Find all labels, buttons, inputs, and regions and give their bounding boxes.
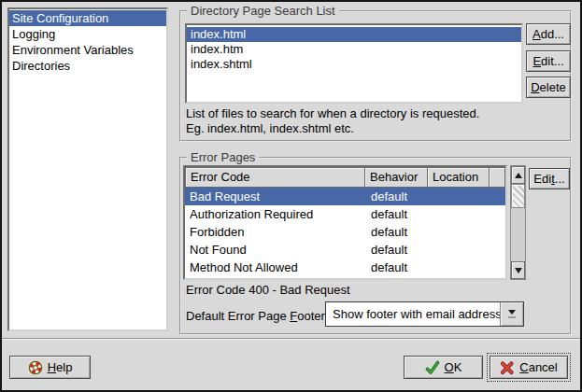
add-button[interactable]: Add...: [526, 23, 571, 45]
check-icon: [425, 360, 440, 375]
label-part: elete: [540, 80, 566, 94]
arrow-down-icon: [515, 268, 522, 273]
scrollbar-track[interactable]: [511, 208, 525, 261]
label-part: ooter:: [297, 309, 328, 323]
cell-behavior: default: [365, 241, 429, 259]
dropdown-dash-icon: [508, 316, 516, 318]
cell-location: [429, 188, 491, 205]
error-table-scrollbar[interactable]: [510, 165, 526, 280]
file-list-description-line2: Eg. index.html, index.shtml etc.: [186, 121, 354, 135]
cell-error-code: Authorization Required: [185, 205, 365, 223]
list-item[interactable]: index.shtml: [187, 57, 521, 72]
frame-title: Error Pages: [187, 150, 259, 164]
cell-location: [429, 241, 491, 259]
table-row[interactable]: Not Found default: [185, 241, 505, 259]
lifebuoy-icon: [28, 360, 43, 375]
scrollbar-thumb[interactable]: [511, 184, 525, 208]
column-header-filler: [489, 167, 505, 188]
dropdown-arrow-icon: [508, 310, 516, 315]
file-list-description-line1: List of files to search for when a direc…: [186, 106, 479, 120]
cell-behavior: default: [365, 259, 429, 276]
table-row[interactable]: Bad Request default: [185, 188, 505, 205]
table-row[interactable]: Authorization Required default: [185, 205, 505, 223]
cell-location: [429, 259, 491, 276]
table-row[interactable]: Method Not Allowed default: [185, 259, 505, 276]
column-header-behavior[interactable]: Behavior: [364, 167, 428, 188]
edit-button[interactable]: Edit...: [526, 50, 571, 72]
combobox-dropdown-button[interactable]: [500, 302, 523, 326]
cell-error-code: Method Not Allowed: [185, 259, 365, 276]
cross-icon: [500, 360, 515, 375]
frame-title: Directory Page Search List: [187, 4, 339, 18]
cell-behavior: default: [365, 223, 429, 241]
mnemonic: A: [532, 27, 541, 41]
table-row[interactable]: Forbidden default: [185, 223, 505, 241]
label-part: Default Error Page: [186, 309, 290, 323]
label-part: dit...: [541, 54, 564, 68]
ok-button[interactable]: OK: [404, 356, 483, 379]
list-item[interactable]: index.html: [187, 27, 521, 42]
mnemonic: O: [445, 360, 454, 374]
label-part: Edi: [533, 172, 551, 186]
sidebar-item-environment-variables[interactable]: Environment Variables: [9, 42, 166, 58]
error-code-status: Error Code 400 - Bad Request: [186, 283, 350, 297]
table-header-row: Error Code Behavior Location: [185, 167, 505, 188]
directory-page-file-list: index.html index.htm index.shtml: [185, 23, 523, 104]
cell-error-code: Bad Request: [185, 188, 365, 205]
column-header-error-code[interactable]: Error Code: [185, 167, 365, 188]
default-error-page-footer-label: Default Error Page Footer:: [186, 309, 328, 323]
footer-combobox[interactable]: Show footer with email address: [325, 301, 524, 327]
mnemonic: H: [48, 360, 56, 374]
arrow-up-icon: [515, 173, 522, 178]
mnemonic: C: [519, 360, 528, 374]
sidebar-item-directories[interactable]: Directories: [9, 58, 166, 74]
delete-button[interactable]: Delete: [526, 77, 571, 98]
label-part: ancel: [529, 360, 558, 374]
cell-error-code: Not Found: [185, 241, 365, 259]
action-bar-separator: [2, 338, 580, 340]
label-part: ...: [555, 172, 565, 186]
help-button[interactable]: Help: [9, 356, 91, 379]
cancel-button[interactable]: Cancel: [490, 356, 568, 379]
error-pages-table: Error Code Behavior Location Bad Request…: [183, 165, 507, 280]
scroll-up-button[interactable]: [511, 166, 525, 184]
mnemonic: D: [531, 80, 539, 94]
cell-error-code: Forbidden: [185, 223, 365, 241]
list-item[interactable]: index.htm: [187, 42, 521, 57]
sidebar-item-site-configuration[interactable]: Site Configuration: [9, 10, 166, 26]
label-part: dd...: [541, 27, 564, 41]
cell-location: [429, 223, 491, 241]
error-pages-frame: Error Pages Error Code Behavior Location…: [179, 157, 572, 335]
cell-behavior: default: [365, 205, 429, 223]
label-part: elp: [56, 360, 72, 374]
cell-location: [429, 205, 491, 223]
scroll-down-button[interactable]: [511, 261, 525, 279]
label-part: K: [454, 360, 462, 374]
column-header-location[interactable]: Location: [427, 167, 490, 188]
combobox-selected-value: Show footer with email address: [326, 302, 500, 326]
edit-error-page-button[interactable]: Edit...: [529, 168, 570, 189]
directory-page-search-list-frame: Directory Page Search List index.html in…: [179, 10, 572, 142]
sidebar-item-logging[interactable]: Logging: [9, 26, 166, 42]
mnemonic: E: [532, 54, 541, 68]
cell-behavior: default: [365, 188, 429, 205]
config-category-list: Site Configuration Logging Environment V…: [7, 7, 168, 331]
httpd-config-window: Site Configuration Logging Environment V…: [0, 0, 582, 392]
